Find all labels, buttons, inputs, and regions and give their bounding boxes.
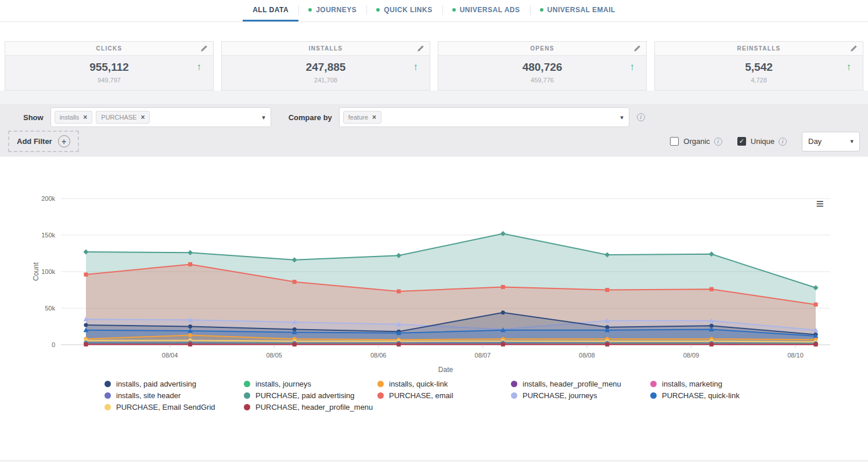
legend-item[interactable]: installs, site header xyxy=(105,391,244,400)
tab-universal-ads[interactable]: UNIVERSAL ADS xyxy=(442,0,530,21)
legend-label: installs, header_profile_menu xyxy=(523,380,621,388)
metric-card-reinstalls: REINSTALLS 5,542 ↑ 4,728 xyxy=(654,41,863,91)
legend-item[interactable]: PURCHASE, journeys xyxy=(511,391,650,400)
series-marker[interactable] xyxy=(188,342,192,346)
series-marker[interactable] xyxy=(397,342,401,346)
x-axis-title: Date xyxy=(438,366,453,374)
interval-select[interactable]: Day ▾ xyxy=(802,132,860,151)
edit-icon[interactable] xyxy=(633,45,641,52)
series-marker[interactable] xyxy=(84,323,88,327)
metric-previous-value: 459,776 xyxy=(438,77,646,84)
edit-icon[interactable] xyxy=(200,45,208,52)
legend-item[interactable]: PURCHASE, quick-link xyxy=(650,391,790,400)
show-label: Show xyxy=(23,113,44,122)
info-icon[interactable]: i xyxy=(779,138,787,146)
series-marker[interactable] xyxy=(84,342,88,346)
series-marker[interactable] xyxy=(605,288,609,292)
remove-tag-icon[interactable]: × xyxy=(83,114,87,121)
series-marker[interactable] xyxy=(501,342,505,346)
tab-journeys[interactable]: JOURNEYS xyxy=(298,0,366,21)
chart-panel: ≡ 050k100k150k200k08/0408/0508/0608/0708… xyxy=(0,157,868,460)
series-marker[interactable] xyxy=(188,262,192,266)
legend-item[interactable]: installs, paid advertising xyxy=(105,380,244,388)
card-title: REINSTALLS xyxy=(737,45,780,52)
tab-bar: ALL DATA JOURNEYS QUICK LINKS UNIVERSAL … xyxy=(0,0,868,22)
legend-swatch-icon xyxy=(105,392,111,399)
series-marker[interactable] xyxy=(501,311,505,315)
legend-item[interactable]: PURCHASE, Email SendGrid xyxy=(105,403,244,412)
plus-icon: + xyxy=(58,135,70,147)
series-marker[interactable] xyxy=(293,342,297,346)
x-tick-label: 08/09 xyxy=(683,352,700,359)
series-marker[interactable] xyxy=(293,280,297,284)
remove-tag-icon[interactable]: × xyxy=(141,114,145,121)
series-marker[interactable] xyxy=(188,333,192,337)
filter-tag: feature× xyxy=(343,111,381,124)
legend-swatch-icon xyxy=(650,392,657,399)
card-title: CLICKS xyxy=(96,45,122,52)
series-marker[interactable] xyxy=(814,342,818,346)
remove-tag-icon[interactable]: × xyxy=(372,114,376,121)
legend-item[interactable]: installs, header_profile_menu xyxy=(511,380,650,388)
legend-label: installs, paid advertising xyxy=(116,380,196,388)
x-tick-label: 08/07 xyxy=(475,352,491,359)
chevron-down-icon: ▾ xyxy=(262,114,265,121)
series-marker[interactable] xyxy=(709,287,714,291)
legend-item[interactable]: PURCHASE, email xyxy=(377,391,511,400)
tab-all-data[interactable]: ALL DATA xyxy=(243,0,298,21)
organic-option: ✓ Organic i xyxy=(670,137,722,146)
tab-label: UNIVERSAL ADS xyxy=(460,6,520,14)
series-marker[interactable] xyxy=(605,342,609,346)
filter-row-show: Show installs×PURCHASE× ▾ Compare by fea… xyxy=(8,107,860,127)
unique-checkbox[interactable]: ✓ xyxy=(737,137,746,146)
series-marker[interactable] xyxy=(397,290,401,294)
legend-swatch-icon xyxy=(650,381,657,387)
card-body: 247,885 ↑ 241,708 xyxy=(222,56,430,90)
series-marker[interactable] xyxy=(501,285,505,289)
legend-label: PURCHASE, Email SendGrid xyxy=(116,403,215,412)
card-header: INSTALLS xyxy=(222,42,430,56)
legend-item[interactable]: installs, marketing xyxy=(650,380,790,388)
legend-label: PURCHASE, header_profile_menu xyxy=(255,403,373,412)
filter-tag: installs× xyxy=(55,111,93,124)
series-marker[interactable] xyxy=(814,302,818,306)
add-filter-button[interactable]: Add Filter + xyxy=(8,131,79,152)
legend-item[interactable]: installs, quick-link xyxy=(377,380,511,388)
info-icon[interactable]: i xyxy=(637,113,645,121)
organic-checkbox[interactable]: ✓ xyxy=(670,137,679,146)
filter-tag-label: installs xyxy=(60,114,80,121)
card-title: OPENS xyxy=(530,45,554,52)
y-axis-title: Count xyxy=(32,262,40,281)
legend-item[interactable]: PURCHASE, paid advertising xyxy=(244,391,377,400)
show-dropdown[interactable]: installs×PURCHASE× ▾ xyxy=(51,107,271,127)
metric-card-installs: INSTALLS 247,885 ↑ 241,708 xyxy=(221,41,430,91)
x-tick-label: 08/06 xyxy=(370,352,387,359)
legend-swatch-icon xyxy=(244,392,250,399)
edit-icon[interactable] xyxy=(850,45,858,52)
series-marker[interactable] xyxy=(188,324,192,329)
metric-value: 955,112 xyxy=(5,61,213,74)
compare-by-dropdown[interactable]: feature× ▾ xyxy=(339,107,629,127)
legend-item[interactable]: PURCHASE, header_profile_menu xyxy=(244,403,377,412)
series-marker[interactable] xyxy=(84,273,88,277)
legend-swatch-icon xyxy=(244,381,250,387)
y-tick-label: 100k xyxy=(41,268,55,275)
card-header: REINSTALLS xyxy=(655,42,863,56)
tab-universal-email[interactable]: UNIVERSAL EMAIL xyxy=(530,0,625,21)
legend-label: installs, journeys xyxy=(255,380,311,388)
legend-label: installs, site header xyxy=(116,391,181,400)
check-icon: ✓ xyxy=(739,138,744,145)
series-marker[interactable] xyxy=(709,342,714,346)
organic-label: Organic xyxy=(683,137,710,146)
info-icon[interactable]: i xyxy=(714,138,722,146)
chart-legend: installs, paid advertisinginstalls, jour… xyxy=(105,380,790,412)
legend-label: installs, marketing xyxy=(662,380,722,388)
legend-item[interactable]: installs, journeys xyxy=(244,380,377,388)
compare-tags: feature× xyxy=(343,111,381,124)
trend-up-icon: ↑ xyxy=(197,62,202,73)
chart: 050k100k150k200k08/0408/0508/0608/0708/0… xyxy=(0,188,859,382)
tab-quick-links[interactable]: QUICK LINKS xyxy=(366,0,442,21)
legend-swatch-icon xyxy=(244,404,250,410)
tab-label: UNIVERSAL EMAIL xyxy=(548,6,615,14)
edit-icon[interactable] xyxy=(417,45,424,52)
